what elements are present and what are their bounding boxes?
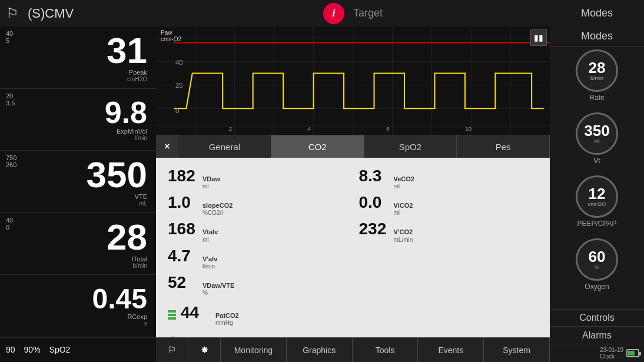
tab-spo2[interactable]: SpO2: [364, 135, 457, 158]
tab-pes[interactable]: Pes: [457, 135, 550, 158]
veco2-item: 8.3 VeCO2 ml: [359, 167, 539, 190]
nav-graphics[interactable]: Graphics: [287, 338, 353, 362]
spo2-pct: 90%: [24, 345, 41, 354]
co2-data-grid: 182 VDaw ml 8.3 VeCO2 ml 1.0: [168, 167, 538, 296]
nav-monitoring[interactable]: Monitoring: [221, 338, 287, 362]
header-right: Modes: [550, 7, 644, 19]
nav-lung-icon[interactable]: ✸: [188, 338, 221, 362]
vte-range: 750 260: [6, 154, 16, 168]
vico2-unit: ml: [394, 210, 413, 216]
target-button[interactable]: Target: [353, 7, 383, 19]
dials-section: 28 b/min Rate 350 ml Vt 12 cmH2O PEEP/CP…: [550, 47, 644, 309]
nav-events[interactable]: Events: [418, 338, 484, 362]
nav-tools[interactable]: Tools: [353, 338, 419, 362]
battery-icon: [626, 349, 639, 357]
vdawvte-param: VDaw/VTE: [203, 282, 234, 290]
vtalv-item: 168 Vtalv ml: [168, 220, 347, 243]
patco2-row: 44 PatCO2 mmHg: [168, 303, 538, 326]
vt-dial-container: 350 ml Vt: [576, 109, 618, 168]
controls-label[interactable]: Controls: [550, 309, 644, 327]
valv-param: V'alv: [203, 255, 217, 263]
expminvol-range: 20 3.5: [6, 92, 15, 107]
vtalv-unit: ml: [203, 237, 218, 243]
alert-bar-2: [168, 314, 176, 316]
vdaw-value: 182: [168, 167, 200, 185]
ppeak-value: 31: [6, 32, 150, 69]
peep-dial-container: 12 cmH2O PEEP/CPAP: [576, 172, 618, 231]
valv-value: 4.7: [168, 247, 200, 265]
nav-person-icon[interactable]: ⚐: [156, 338, 188, 362]
vte-value: 350: [6, 157, 150, 193]
rcexp-value: 0.45: [6, 285, 150, 313]
expminvol-value: 9.8: [6, 97, 150, 128]
alarms-label[interactable]: Alarms: [550, 327, 644, 344]
nav-system[interactable]: System: [484, 338, 550, 362]
spo2-low: 90: [6, 345, 15, 354]
oxygen-unit: %: [595, 264, 599, 270]
vco2-item: 232 V'CO2 mL/min: [359, 220, 539, 243]
rate-dial[interactable]: 28 b/min: [576, 49, 618, 92]
vdaw-unit: ml: [203, 183, 220, 190]
oxygen-label: Oxygen: [585, 283, 609, 291]
patco2-param: PatCO2: [215, 312, 239, 320]
bottom-status: 90 90% SpO2: [0, 337, 156, 362]
svg-text:2: 2: [229, 125, 233, 132]
svg-text:25: 25: [175, 82, 183, 89]
ppeak-row: 40 5 31 Ppeak cmH2O: [0, 26, 156, 89]
vdawvte-value: 52: [168, 273, 200, 292]
peep-label: PEEP/CPAP: [577, 220, 616, 228]
rcexp-unit: s: [6, 320, 150, 327]
ftotal-row: 40 0 28 fTotal b/min: [0, 213, 156, 275]
vtalv-value: 168: [168, 220, 200, 238]
valv-unit: l/min: [203, 263, 217, 270]
vte-unit: mL: [6, 200, 150, 207]
data-panel: 182 VDaw ml 8.3 VeCO2 ml 1.0: [156, 158, 550, 337]
slopeco2-item: 1.0 slopeCO2 %CO2/l: [168, 193, 347, 216]
svg-text:0: 0: [175, 107, 179, 114]
valv-item: 4.7 V'alv l/min: [168, 247, 347, 270]
oxygen-dial[interactable]: 60 %: [576, 238, 618, 281]
bottom-nav: ⚐ ✸ Monitoring Graphics Tools Events Sys…: [156, 337, 550, 362]
rate-unit: b/min: [590, 75, 603, 81]
rate-dial-container: 28 b/min Rate: [576, 47, 618, 105]
peep-dial[interactable]: 12 cmH2O: [576, 175, 618, 218]
vdaw-item: 182 VDaw ml: [168, 167, 347, 190]
slopeco2-unit: %CO2/l: [203, 210, 233, 216]
expminvol-row: 20 3.5 9.8 ExpMinVol l/min: [0, 89, 156, 151]
vdawvte-unit: %: [203, 290, 234, 296]
ftotal-unit: b/min: [6, 263, 150, 269]
vt-value: 350: [584, 123, 609, 138]
rcexp-label: RCexp: [6, 313, 150, 320]
patco2-value: 44: [181, 303, 213, 322]
spo2-label: SpO2: [49, 345, 71, 354]
right-panel: Modes 28 b/min Rate 350 ml Vt 12 cmH: [550, 26, 644, 362]
expminvol-unit: l/min: [6, 135, 150, 141]
rate-label: Rate: [589, 94, 604, 102]
tab-close-button[interactable]: ×: [156, 135, 178, 158]
ppeak-unit: cmH2O: [6, 76, 150, 82]
ppeak-range: 40 5: [6, 30, 13, 44]
header-center: i Target: [156, 3, 550, 24]
vt-dial[interactable]: 350 ml: [576, 112, 618, 155]
pause-button[interactable]: ▮▮: [530, 29, 547, 46]
waveform-svg: 40 25 0 2 4 8 10: [156, 26, 550, 135]
patco2-unit: mmHg: [215, 320, 239, 326]
ppeak-label: Ppeak: [6, 69, 150, 76]
alert-bars: [168, 310, 176, 320]
svg-text:40: 40: [175, 59, 183, 66]
waveform-label: Paw cms-O2: [161, 29, 181, 42]
right-bottom: 23-01-19 Clock: [550, 344, 644, 362]
tab-co2[interactable]: CO2: [271, 135, 364, 158]
info-button[interactable]: i: [323, 3, 344, 24]
patco2-item: 44 PatCO2 mmHg: [181, 303, 239, 326]
alert-bar-1: [168, 310, 176, 313]
tab-general[interactable]: General: [178, 135, 271, 158]
svg-text:10: 10: [465, 125, 472, 132]
left-panel: 40 5 31 Ppeak cmH2O 20 3.5 9.8 ExpMinVol…: [0, 26, 156, 362]
header: ⚐ (S)CMV i Target Modes: [0, 0, 644, 26]
modes-label: Modes: [581, 7, 613, 19]
vte-row: 750 260 350 VTE mL: [0, 151, 156, 213]
waveform-area: Paw cms-O2: [156, 26, 550, 135]
vico2-value: 0.0: [359, 193, 391, 212]
svg-text:8: 8: [386, 125, 390, 132]
